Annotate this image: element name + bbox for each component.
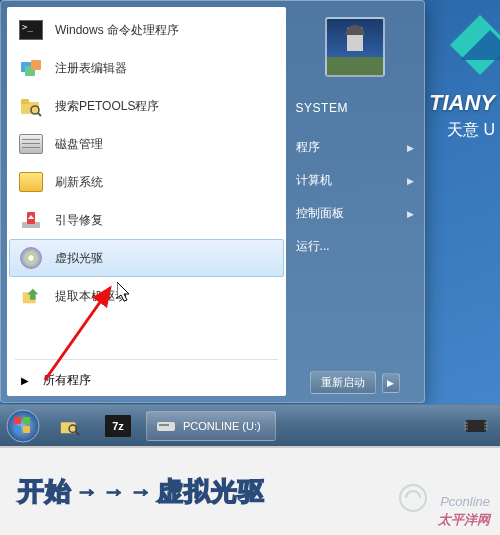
caption-arrow-icon: → <box>103 479 126 505</box>
menu-item-label: 注册表编辑器 <box>55 60 127 77</box>
link-label: 运行... <box>296 238 330 255</box>
link-label: 计算机 <box>296 172 332 189</box>
registry-icon <box>17 54 45 82</box>
start-button[interactable] <box>0 405 46 447</box>
cmd-icon <box>17 16 45 44</box>
menu-item-label: 引导修复 <box>55 212 103 229</box>
extract-icon <box>17 282 45 310</box>
taskbar-task-pconline[interactable]: PCONLINE (U:) <box>146 411 276 441</box>
svg-point-34 <box>400 485 426 511</box>
caption-arrow-icon: → <box>76 479 99 505</box>
menu-item-refresh-system[interactable]: 刷新系统 <box>9 163 284 201</box>
svg-rect-13 <box>14 417 21 424</box>
tray-chip-icon[interactable] <box>462 417 490 435</box>
chevron-right-icon: ▶ <box>407 143 414 153</box>
svg-rect-24 <box>466 420 486 432</box>
menu-item-virtual-cd[interactable]: 虚拟光驱 <box>9 239 284 277</box>
brand-title: TIANY <box>429 90 495 116</box>
caption-arrow-icon: → <box>130 479 153 505</box>
start-menu: Windows 命令处理程序 注册表编辑器 搜索PETOOLS程序 磁 <box>0 0 425 403</box>
start-menu-left-pane: Windows 命令处理程序 注册表编辑器 搜索PETOOLS程序 磁 <box>7 7 286 396</box>
svg-rect-15 <box>14 426 21 433</box>
svg-rect-14 <box>23 417 30 424</box>
link-control-panel[interactable]: 控制面板 ▶ <box>296 197 414 230</box>
brand-subtitle: 天意 U <box>447 120 495 141</box>
link-computer[interactable]: 计算机 ▶ <box>296 164 414 197</box>
task-label: PCONLINE (U:) <box>183 420 261 432</box>
caption-target: 虚拟光驱 <box>157 474 265 509</box>
watermark-logo-icon <box>398 483 428 513</box>
restart-options-button[interactable]: ▶ <box>382 373 400 393</box>
search-folder-icon <box>17 92 45 120</box>
svg-line-8 <box>38 113 41 116</box>
menu-item-label: 磁盘管理 <box>55 136 103 153</box>
taskbar: 7z PCONLINE (U:) <box>0 404 500 446</box>
svg-line-19 <box>76 431 80 435</box>
menu-item-label: 虚拟光驱 <box>55 250 103 267</box>
menu-item-label: 刷新系统 <box>55 174 103 191</box>
menu-item-regedit[interactable]: 注册表编辑器 <box>9 49 284 87</box>
drive-icon <box>157 419 175 433</box>
svg-rect-4 <box>31 60 41 70</box>
disk-icon <box>17 130 45 158</box>
caption-start: 开始 <box>18 474 72 509</box>
start-menu-right-pane: SYSTEM 程序 ▶ 计算机 ▶ 控制面板 ▶ 运行... 重新启动 ▶ <box>286 1 424 402</box>
restart-button[interactable]: 重新启动 <box>310 371 376 394</box>
svg-point-12 <box>7 410 39 442</box>
watermark-bottom: 太平洋网 <box>438 511 490 529</box>
all-programs-label: 所有程序 <box>43 372 91 389</box>
menu-item-cmd[interactable]: Windows 命令处理程序 <box>9 11 284 49</box>
svg-rect-22 <box>157 422 175 431</box>
link-label: 程序 <box>296 139 320 156</box>
svg-rect-16 <box>23 426 30 433</box>
triangle-right-icon: ▶ <box>21 375 29 386</box>
taskbar-7z-icon[interactable]: 7z <box>96 411 140 441</box>
menu-item-label: 搜索PETOOLS程序 <box>55 98 159 115</box>
menu-item-label: Windows 命令处理程序 <box>55 22 179 39</box>
link-programs[interactable]: 程序 ▶ <box>296 131 414 164</box>
menu-item-boot-repair[interactable]: 引导修复 <box>9 201 284 239</box>
menu-item-label: 提取本机驱动 <box>55 288 127 305</box>
taskbar-search-icon[interactable] <box>48 411 92 441</box>
chevron-right-icon: ▶ <box>407 209 414 219</box>
user-picture[interactable] <box>325 17 385 77</box>
menu-item-search-petools[interactable]: 搜索PETOOLS程序 <box>9 87 284 125</box>
svg-rect-6 <box>21 99 29 104</box>
cd-icon <box>17 244 45 272</box>
all-programs[interactable]: ▶ 所有程序 <box>7 364 286 396</box>
link-label: 控制面板 <box>296 205 344 222</box>
watermark-top: Pconline <box>440 494 490 509</box>
system-label: SYSTEM <box>296 101 414 115</box>
link-run[interactable]: 运行... <box>296 230 414 263</box>
menu-item-disk-mgmt[interactable]: 磁盘管理 <box>9 125 284 163</box>
decorative-triangles <box>440 5 500 85</box>
chevron-right-icon: ▶ <box>407 176 414 186</box>
svg-rect-23 <box>159 424 169 426</box>
menu-item-extract-drivers[interactable]: 提取本机驱动 <box>9 277 284 315</box>
caption-bar: 开始 → → → 虚拟光驱 Pconline 太平洋网 <box>0 446 500 535</box>
separator <box>15 359 278 360</box>
boot-repair-icon <box>17 206 45 234</box>
svg-text:7z: 7z <box>112 420 124 432</box>
folder-icon <box>17 168 45 196</box>
